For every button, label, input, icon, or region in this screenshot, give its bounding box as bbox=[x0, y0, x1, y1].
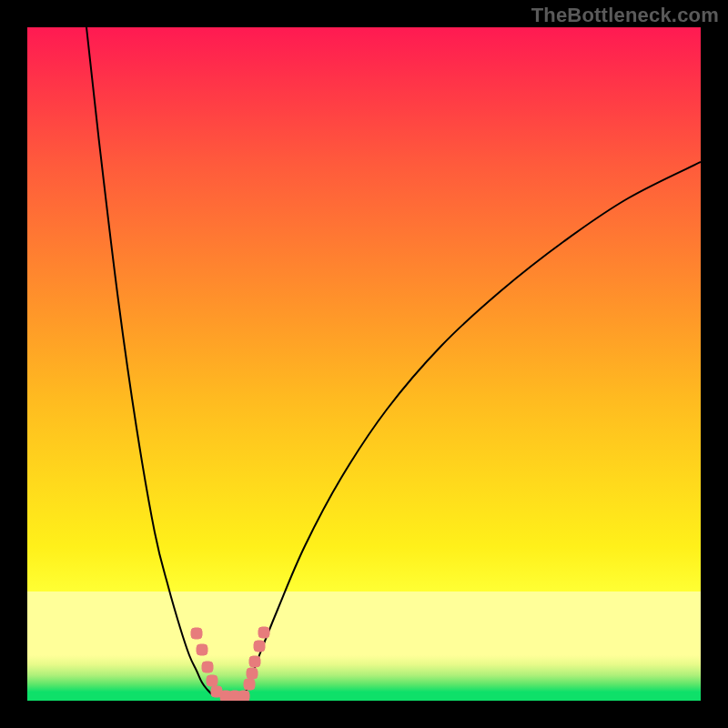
highlight-marker bbox=[258, 627, 269, 638]
curve-svg bbox=[27, 27, 701, 701]
highlight-marker bbox=[191, 628, 202, 639]
highlight-marker bbox=[244, 679, 255, 690]
highlight-marker bbox=[254, 641, 265, 652]
highlight-marker bbox=[238, 691, 249, 701]
chart-frame: TheBottleneck.com bbox=[0, 0, 728, 728]
highlight-marker bbox=[197, 644, 207, 655]
marker-group bbox=[191, 627, 269, 701]
watermark-text: TheBottleneck.com bbox=[531, 4, 719, 27]
plot-area bbox=[27, 27, 701, 701]
highlight-marker bbox=[207, 675, 217, 686]
curve-right-branch bbox=[244, 162, 701, 696]
curve-left-branch bbox=[86, 27, 217, 696]
highlight-marker bbox=[249, 656, 260, 667]
highlight-marker bbox=[202, 662, 213, 672]
highlight-marker bbox=[247, 668, 258, 679]
